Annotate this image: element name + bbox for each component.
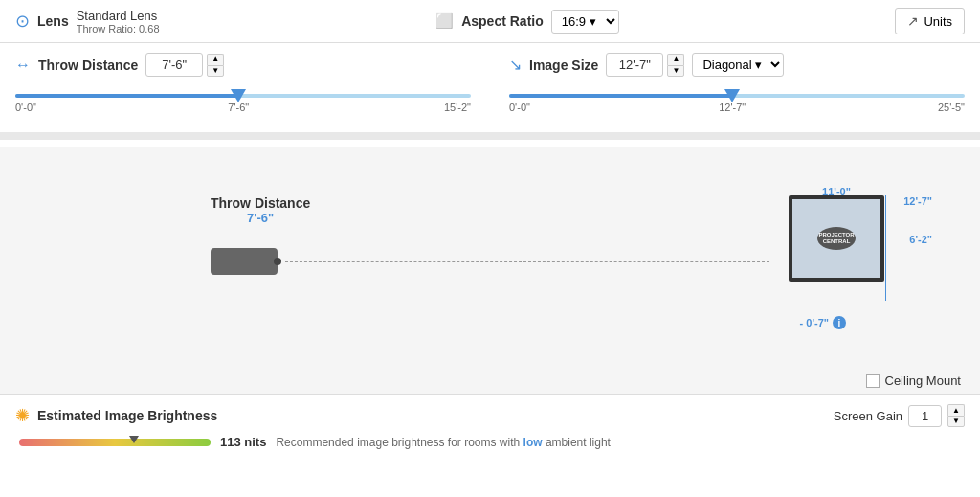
image-size-icon: ↘ [509, 56, 522, 74]
throw-label-block: Throw Distance 7'-6" [211, 195, 310, 225]
brightness-header: ✺ Estimated Image Brightness Screen Gain… [15, 404, 965, 427]
units-icon: ↗ [907, 13, 919, 29]
controls-row: ↔ Throw Distance 7'-6" ▲ ▼ 0'-0" 7' [0, 43, 980, 132]
brightness-title-group: ✺ Estimated Image Brightness [15, 405, 217, 426]
dim-diagonal-label: 12'-7" [903, 195, 932, 207]
aspect-ratio-label: Aspect Ratio [461, 13, 544, 29]
divider [0, 132, 980, 140]
lens-throw-ratio: Throw Ratio: 0.68 [77, 23, 160, 34]
screen-gain-spinner: ▲ ▼ [947, 404, 965, 427]
projector-shape [211, 248, 278, 275]
offset-label: - 0'-7" i [800, 316, 846, 329]
image-size-track [509, 94, 965, 98]
screen-gain-group: Screen Gain 1 ▲ ▼ [834, 404, 965, 427]
image-size-thumb[interactable] [724, 89, 740, 102]
lens-section: ⊙ Lens Standard Lens Throw Ratio: 0.68 [15, 9, 160, 34]
screen-gain-label: Screen Gain [834, 409, 902, 423]
screen-gain-up[interactable]: ▲ [947, 404, 965, 416]
image-size-spinner-btns: ▲ ▼ [667, 54, 684, 77]
gradient-marker [129, 436, 139, 443]
dim-height-line [885, 195, 886, 301]
gradient-bar-container [19, 436, 211, 449]
projector-img [211, 248, 278, 275]
brightness-note: Recommended image brightness for rooms w… [276, 436, 611, 449]
top-bar: ⊙ Lens Standard Lens Throw Ratio: 0.68 ⬜… [0, 0, 980, 43]
throw-distance-group: ↔ Throw Distance 7'-6" ▲ ▼ 0'-0" 7' [15, 53, 471, 132]
image-size-spinner-group: 12'-7" ▲ ▼ [606, 53, 684, 77]
brightness-icon: ✺ [15, 405, 30, 426]
lens-label: Lens [37, 13, 69, 29]
brightness-bar: ✺ Estimated Image Brightness Screen Gain… [0, 394, 980, 459]
throw-distance-current: 7'-6" [228, 102, 249, 113]
image-size-min: 0'-0" [509, 102, 530, 113]
throw-distance-thumb[interactable] [231, 89, 246, 102]
throw-distance-min: 0'-0" [15, 102, 36, 113]
screen-frame: PROJECTOR CENTRAL [789, 195, 884, 282]
throw-distance-spinner-group: 7'-6" ▲ ▼ [145, 53, 224, 77]
image-size-down[interactable]: ▼ [667, 65, 684, 77]
throw-distance-value: 7'-6" [145, 53, 203, 77]
image-size-group: ↘ Image Size 12'-7" ▲ ▼ Diagonal ▾ Width… [509, 53, 965, 132]
image-size-current: 12'-7" [719, 102, 746, 113]
main-container: ⊙ Lens Standard Lens Throw Ratio: 0.68 ⬜… [0, 0, 980, 497]
units-label: Units [924, 14, 952, 29]
info-icon[interactable]: i [833, 316, 846, 329]
screen-gain-value: 1 [908, 405, 942, 427]
ceiling-mount-checkbox[interactable] [866, 374, 880, 388]
throw-label-value: 7'-6" [211, 211, 310, 225]
ceiling-mount-row: Ceiling Mount [0, 368, 980, 394]
gradient-bar [19, 439, 211, 446]
image-size-slider-labels: 0'-0" 12'-7" 25'-5" [509, 102, 965, 113]
diagram-inner: Throw Distance 7'-6" 11'-0" 12'-7" [19, 167, 961, 358]
throw-distance-down[interactable]: ▼ [207, 65, 224, 77]
lens-name: Standard Lens [77, 9, 160, 23]
lens-detail: Standard Lens Throw Ratio: 0.68 [77, 9, 160, 34]
aspect-ratio-icon: ⬜ [435, 12, 454, 30]
aspect-ratio-section: ⬜ Aspect Ratio 16:9 ▾ 4:3 2.35:1 [435, 10, 619, 34]
brightness-meter: 113 nits Recommended image brightness fo… [15, 435, 965, 449]
brightness-nits: 113 nits [220, 435, 266, 449]
offset-value: - 0'-7" [800, 317, 829, 328]
image-size-fill [509, 94, 732, 98]
image-size-max: 25'-5" [938, 102, 965, 113]
throw-distance-track [15, 94, 471, 98]
throw-distance-fill [15, 94, 238, 98]
dim-height-label: 6'-2" [909, 234, 932, 245]
image-size-value: 12'-7" [606, 53, 663, 77]
aspect-ratio-select[interactable]: 16:9 ▾ 4:3 2.35:1 [551, 10, 619, 34]
throw-distance-icon: ↔ [15, 56, 31, 74]
image-size-header: ↘ Image Size 12'-7" ▲ ▼ Diagonal ▾ Width… [509, 53, 965, 77]
dashed-line [285, 261, 769, 262]
projector-central-logo: PROJECTOR CENTRAL [817, 227, 856, 250]
throw-label-title: Throw Distance [211, 195, 310, 211]
image-size-up[interactable]: ▲ [667, 54, 684, 65]
brightness-title: Estimated Image Brightness [37, 408, 217, 423]
throw-distance-label: Throw Distance [38, 57, 138, 73]
units-button[interactable]: ↗ Units [895, 8, 965, 34]
ceiling-mount-label: Ceiling Mount [885, 373, 962, 388]
screen-inner: PROJECTOR CENTRAL [792, 199, 880, 278]
diagram-area: Throw Distance 7'-6" 11'-0" 12'-7" [0, 147, 980, 368]
image-size-label: Image Size [529, 57, 598, 73]
throw-distance-slider-container: 0'-0" 7'-6" 15'-2" [15, 86, 471, 115]
screen-container: 11'-0" 12'-7" PROJECTOR CENTRAL 6'-2" [769, 186, 903, 310]
screen-gain-down[interactable]: ▼ [947, 416, 965, 427]
throw-distance-max: 15'-2" [444, 102, 471, 113]
throw-distance-spinner-btns: ▲ ▼ [207, 54, 224, 77]
image-size-slider-container: 0'-0" 12'-7" 25'-5" [509, 86, 965, 115]
projector-lens [274, 258, 281, 265]
throw-distance-slider-labels: 0'-0" 7'-6" 15'-2" [15, 102, 471, 113]
lens-icon: ⊙ [15, 11, 30, 32]
throw-distance-up[interactable]: ▲ [207, 54, 224, 65]
throw-distance-header: ↔ Throw Distance 7'-6" ▲ ▼ [15, 53, 471, 77]
image-size-mode-select[interactable]: Diagonal ▾ Width Height [692, 53, 784, 77]
